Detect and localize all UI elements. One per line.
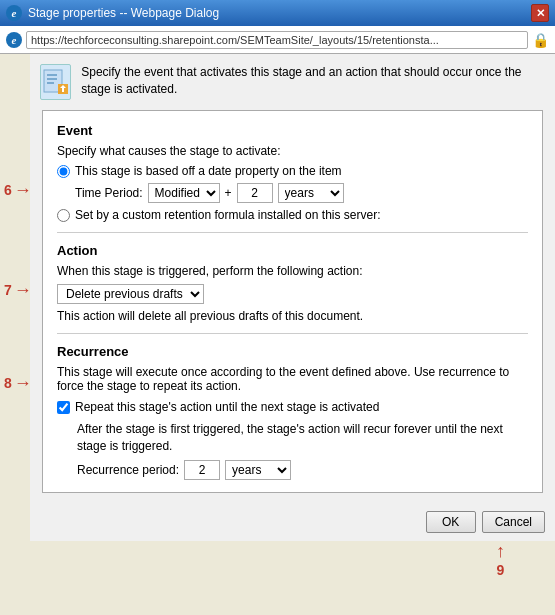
lock-icon: 🔒 (532, 32, 549, 48)
recurrence-period-row: Recurrence period: years months days (57, 460, 528, 480)
window-icon: e (6, 5, 22, 21)
cancel-button[interactable]: Cancel (482, 511, 545, 533)
radio-date-property-label: This stage is based off a date property … (75, 164, 342, 178)
annotation-8: 8 → (4, 374, 32, 392)
svg-rect-2 (47, 78, 57, 80)
specify-label: Specify what causes the stage to activat… (57, 144, 528, 158)
close-button[interactable]: ✕ (531, 4, 549, 22)
recurrence-description: This stage will execute once according t… (57, 365, 528, 393)
window-title: Stage properties -- Webpage Dialog (28, 6, 219, 20)
radio-row-1: This stage is based off a date property … (57, 164, 528, 178)
time-unit-select[interactable]: years months days (278, 183, 344, 203)
recurrence-number-input[interactable] (184, 460, 220, 480)
action-section-title: Action (57, 243, 528, 258)
divider-1 (57, 232, 528, 233)
recurrence-unit-select[interactable]: years months days (225, 460, 291, 480)
time-period-row: Time Period: Modified Created + years mo… (57, 183, 528, 203)
recurrence-section-title: Recurrence (57, 344, 528, 359)
recurrence-period-label: Recurrence period: (77, 463, 179, 477)
svg-rect-3 (47, 82, 54, 84)
radio-custom-formula[interactable] (57, 209, 70, 222)
recurrence-indent-text: After the stage is first triggered, the … (57, 421, 528, 455)
action-description: This action will delete all previous dra… (57, 309, 528, 323)
svg-rect-1 (47, 74, 57, 76)
annotation-7: 7 → (4, 281, 32, 299)
radio-date-property[interactable] (57, 165, 70, 178)
plus-sign: + (225, 186, 232, 200)
stage-icon (40, 64, 71, 100)
address-input[interactable] (26, 31, 528, 49)
info-header: Specify the event that activates this st… (40, 64, 545, 100)
action-dropdown-row: Delete previous drafts Move to Recycle B… (57, 284, 528, 304)
event-section-title: Event (57, 123, 528, 138)
ok-button[interactable]: OK (426, 511, 476, 533)
dialog-footer: OK Cancel (30, 503, 555, 541)
info-description: Specify the event that activates this st… (81, 64, 545, 98)
repeat-checkbox-label: Repeat this stage's action until the nex… (75, 399, 379, 416)
time-period-label: Time Period: (75, 186, 143, 200)
repeat-checkbox[interactable] (57, 401, 70, 414)
annotation-9: ↑ 9 (496, 541, 505, 578)
address-bar: e 🔒 (0, 26, 555, 54)
action-when-label: When this stage is triggered, perform th… (57, 264, 528, 278)
action-select[interactable]: Delete previous drafts Move to Recycle B… (57, 284, 204, 304)
title-bar: e Stage properties -- Webpage Dialog ✕ (0, 0, 555, 26)
time-period-number[interactable] (237, 183, 273, 203)
time-period-select[interactable]: Modified Created (148, 183, 220, 203)
browser-icon: e (6, 32, 22, 48)
checkbox-row: Repeat this stage's action until the nex… (57, 399, 528, 416)
svg-rect-6 (62, 88, 64, 92)
dialog-body: Specify the event that activates this st… (30, 54, 555, 503)
annotation-6: 6 → (4, 181, 32, 199)
main-panel: Event Specify what causes the stage to a… (42, 110, 543, 493)
radio-row-2: Set by a custom retention formula instal… (57, 208, 528, 222)
divider-2 (57, 333, 528, 334)
radio-custom-formula-label: Set by a custom retention formula instal… (75, 208, 380, 222)
